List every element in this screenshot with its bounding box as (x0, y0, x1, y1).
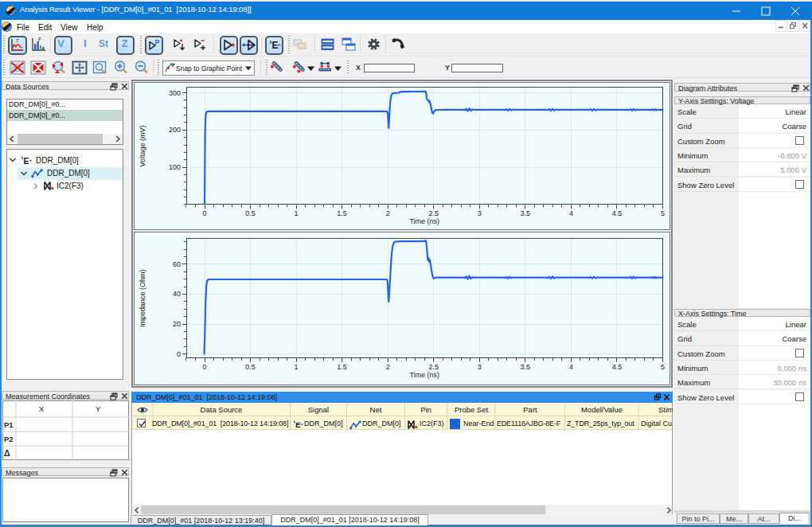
svg-text:1: 1 (295, 209, 299, 217)
svg-text:Time (ns): Time (ns) (409, 217, 439, 225)
svg-text:3.5: 3.5 (521, 362, 531, 370)
svg-text:E: E (272, 40, 279, 51)
svg-text:0: 0 (177, 349, 181, 357)
svg-text:1.5: 1.5 (337, 362, 347, 370)
svg-text:4.5: 4.5 (612, 362, 623, 370)
svg-text:2: 2 (386, 209, 390, 217)
svg-text:0.5: 0.5 (245, 209, 256, 217)
svg-text:3: 3 (478, 362, 482, 370)
svg-text:200: 200 (169, 126, 181, 134)
svg-text:E: E (295, 420, 301, 428)
svg-text:Impedance (Ohm): Impedance (Ohm) (139, 269, 146, 327)
svg-text:100: 100 (169, 163, 181, 171)
svg-text:E: E (24, 156, 29, 166)
svg-text:T: T (16, 38, 19, 43)
svg-text:4: 4 (569, 209, 573, 217)
svg-text:300: 300 (169, 88, 181, 96)
svg-text:2: 2 (386, 362, 390, 370)
svg-text:40: 40 (173, 290, 181, 298)
svg-text:4.5: 4.5 (612, 209, 623, 217)
svg-text:3: 3 (478, 209, 482, 217)
svg-text:5: 5 (661, 209, 665, 217)
svg-text:0.5: 0.5 (245, 362, 256, 370)
svg-text:1.5: 1.5 (337, 209, 347, 217)
svg-text:F: F (38, 37, 41, 42)
svg-text:60: 60 (173, 260, 181, 267)
svg-text:2.5: 2.5 (429, 209, 439, 217)
svg-text:0: 0 (202, 362, 206, 370)
svg-text:4: 4 (569, 362, 573, 370)
svg-text:Voltage (mV): Voltage (mV) (139, 125, 146, 166)
svg-text:5: 5 (661, 362, 665, 370)
svg-text:2.5: 2.5 (429, 362, 439, 370)
svg-text:0: 0 (202, 209, 206, 217)
svg-text:20: 20 (173, 320, 181, 328)
svg-text:Time (ns): Time (ns) (409, 370, 439, 378)
svg-text:1: 1 (295, 362, 299, 370)
svg-text:P: P (155, 38, 160, 46)
svg-text:3.5: 3.5 (521, 209, 531, 217)
